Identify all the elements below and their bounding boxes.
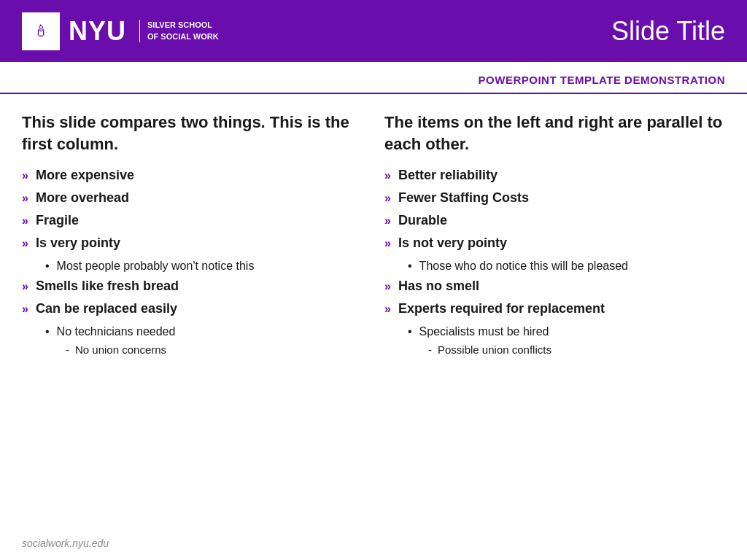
- item-label: Smells like fresh bread: [36, 279, 179, 294]
- item-label: Experts required for replacement: [398, 301, 605, 316]
- right-heading: The items on the left and right are para…: [384, 112, 725, 155]
- sub-item-text: No technicians needed: [57, 324, 176, 340]
- list-item: » Is very pointy: [22, 236, 363, 251]
- chevron-icon: »: [22, 303, 28, 316]
- nyu-wordmark: NYU: [69, 18, 126, 44]
- list-item: » Can be replaced easily: [22, 301, 363, 316]
- bullet-icon: •: [408, 260, 412, 273]
- school-name: SILVER SCHOOL OF SOCIAL WORK: [139, 20, 219, 42]
- item-label: Can be replaced easily: [36, 301, 177, 316]
- item-label: More overhead: [36, 190, 129, 206]
- dash-icon: -: [66, 343, 69, 356]
- item-label: Fragile: [36, 213, 79, 228]
- nyu-logo-box: 🕯: [22, 12, 60, 50]
- logo-area: 🕯 NYU SILVER SCHOOL OF SOCIAL WORK: [22, 12, 219, 50]
- bullet-icon: •: [45, 260, 50, 273]
- list-item: » Fewer Staffing Costs: [384, 190, 725, 206]
- bullet-icon: •: [408, 325, 412, 338]
- item-label: Is very pointy: [36, 236, 120, 251]
- chevron-icon: »: [22, 169, 28, 182]
- item-label: Fewer Staffing Costs: [398, 190, 529, 206]
- sub-item-text: Those who do notice this will be pleased: [419, 258, 628, 274]
- chevron-icon: »: [384, 280, 391, 293]
- content-area: This slide compares two things. This is …: [0, 97, 747, 360]
- item-label: Better reliability: [398, 168, 498, 183]
- chevron-icon: »: [384, 192, 391, 205]
- sub-sub-item: - No union concerns: [66, 343, 363, 356]
- item-label: Has no smell: [398, 279, 479, 294]
- dash-icon: -: [428, 343, 432, 356]
- item-label: Is not very pointy: [398, 236, 507, 251]
- subtitle-bar: POWERPOINT TEMPLATE DEMONSTRATION: [0, 62, 747, 94]
- chevron-icon: »: [22, 237, 28, 250]
- sub-item: • No technicians needed: [45, 324, 363, 340]
- sub-sub-item: - Possible union conflicts: [428, 343, 725, 356]
- footer: socialwork.nyu.edu: [22, 537, 109, 550]
- left-heading: This slide compares two things. This is …: [22, 112, 363, 155]
- footer-text: socialwork.nyu.edu: [22, 537, 109, 549]
- sub-item-text: Specialists must be hired: [419, 324, 549, 340]
- bullet-icon: •: [45, 325, 50, 338]
- list-item: » Durable: [384, 213, 725, 228]
- chevron-icon: »: [384, 237, 391, 250]
- list-item: » Smells like fresh bread: [22, 279, 363, 294]
- list-item: » Experts required for replacement: [384, 301, 725, 316]
- list-item: » Better reliability: [384, 168, 725, 183]
- sub-sub-list: - No union concerns: [66, 343, 363, 356]
- item-label: More expensive: [36, 168, 134, 183]
- sub-item: • Those who do notice this will be pleas…: [408, 258, 725, 274]
- slide-title: Slide Title: [611, 16, 725, 47]
- chevron-icon: »: [22, 280, 28, 293]
- nyu-torch-icon: 🕯: [33, 22, 49, 41]
- list-item: » Fragile: [22, 213, 363, 228]
- sub-sub-item-text: No union concerns: [75, 343, 166, 356]
- item-label: Durable: [398, 213, 447, 228]
- sub-list: • No technicians needed - No union conce…: [45, 324, 363, 356]
- list-item: » Is not very pointy: [384, 236, 725, 251]
- sub-list: • Those who do notice this will be pleas…: [408, 258, 725, 274]
- sub-item: • Specialists must be hired: [408, 324, 725, 340]
- chevron-icon: »: [22, 214, 28, 228]
- sub-list: • Specialists must be hired - Possible u…: [408, 324, 725, 356]
- chevron-icon: »: [22, 192, 28, 205]
- list-item: » More overhead: [22, 190, 363, 206]
- sub-sub-list: - Possible union conflicts: [428, 343, 725, 356]
- list-item: » More expensive: [22, 168, 363, 183]
- chevron-icon: »: [384, 169, 391, 182]
- right-column: The items on the left and right are para…: [384, 112, 725, 360]
- subtitle-text: POWERPOINT TEMPLATE DEMONSTRATION: [479, 74, 725, 86]
- left-column: This slide compares two things. This is …: [22, 112, 363, 360]
- sub-item: • Most people probably won't notice this: [45, 258, 363, 274]
- chevron-icon: »: [384, 214, 391, 228]
- header: 🕯 NYU SILVER SCHOOL OF SOCIAL WORK Slide…: [0, 0, 747, 62]
- sub-sub-item-text: Possible union conflicts: [438, 343, 551, 356]
- list-item: » Has no smell: [384, 279, 725, 294]
- sub-list: • Most people probably won't notice this: [45, 258, 363, 274]
- chevron-icon: »: [384, 303, 391, 316]
- sub-item-text: Most people probably won't notice this: [57, 258, 255, 274]
